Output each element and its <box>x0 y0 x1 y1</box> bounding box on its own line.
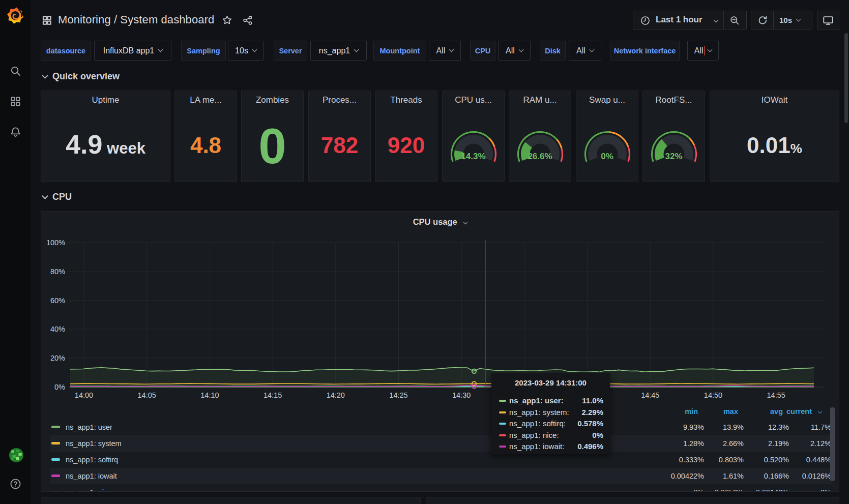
svg-text:14:05: 14:05 <box>138 391 156 399</box>
svg-text:14:20: 14:20 <box>327 391 345 399</box>
svg-text:14:45: 14:45 <box>641 391 659 399</box>
svg-text:14:10: 14:10 <box>200 391 219 399</box>
svg-text:40%: 40% <box>50 325 65 333</box>
svg-text:80%: 80% <box>50 268 65 276</box>
svg-text:0%: 0% <box>54 383 65 391</box>
svg-text:14:30: 14:30 <box>452 391 471 399</box>
svg-text:14:25: 14:25 <box>389 391 407 399</box>
svg-text:20%: 20% <box>50 354 65 362</box>
svg-text:14:15: 14:15 <box>264 391 282 399</box>
svg-text:100%: 100% <box>46 239 65 247</box>
svg-text:14:55: 14:55 <box>767 391 785 399</box>
svg-text:14:50: 14:50 <box>704 391 722 399</box>
svg-text:14:00: 14:00 <box>75 391 93 399</box>
svg-text:60%: 60% <box>50 297 65 305</box>
